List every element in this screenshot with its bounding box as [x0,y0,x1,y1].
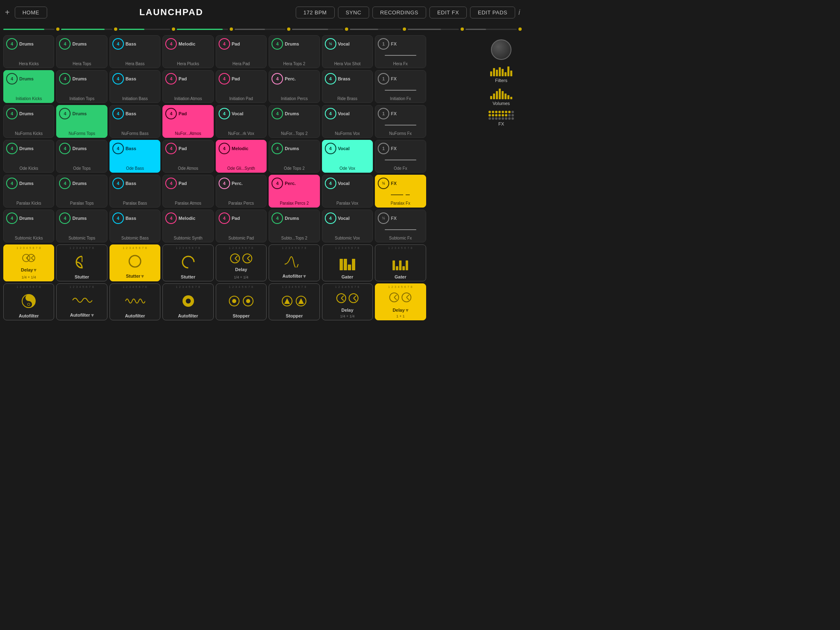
pad-sub-pad[interactable]: 4 Pad Subtomic Pad [216,210,267,242]
svg-line-33 [394,297,397,300]
add-button[interactable]: + [5,8,10,17]
wave-icon [72,294,92,306]
pad-para-vox[interactable]: 4 Vocal Paralax Vox [322,175,373,208]
pad-nu-fx[interactable]: 1 FX NuForms Fx [375,105,426,138]
stutter-icon-3 [181,255,196,269]
effect-autofilter-2[interactable]: 1 2 3 4 5 6 7 8 Autofilter [3,283,54,320]
effect-stopper-2[interactable]: 1 2 3 4 5 6 7 8 Stopper [269,283,320,320]
pad-init-atmos[interactable]: 4 Pad Initiation Atmos [162,70,213,103]
recordings-button[interactable]: RECORDINGS [372,7,426,18]
effect-sub-delay2: 1/4 + 1/4 [234,275,248,279]
master-knob[interactable] [491,39,511,60]
pad-para-kicks[interactable]: 4 Drums Paralax Kicks [3,175,54,208]
bpm-button[interactable]: 172 BPM [296,7,335,18]
fx-section[interactable]: FX [488,111,514,126]
pad-ode-fx[interactable]: 1 FX Ode Fx [375,140,426,173]
effect-name-stutter1: Stutter [75,274,89,279]
pad-nu-tops[interactable]: 4 Drums NuForms Tops [56,105,107,138]
pad-init-kicks[interactable]: 4 Drums Initiation Kicks [3,70,54,103]
effect-delay-3[interactable]: 1 2 3 4 5 6 7 8 Delay 1/4 + 1/4 [322,283,373,320]
pad-nu-vox[interactable]: 4 Vocal NuFor...rk Vox [216,105,267,138]
effect-stutter-2[interactable]: 1 2 3 4 5 6 7 8 Stutter ▾ [110,244,160,281]
progress-item-6 [292,27,348,31]
svg-point-20 [232,299,236,303]
progress-item-1 [3,27,59,31]
pad-init-bass[interactable]: 4 Bass Initiation Bass [110,70,160,103]
pad-para-atmos[interactable]: 4 Pad Paralax Atmos [162,175,213,208]
pad-hera-vox-shot[interactable]: ½ Vocal Hera Vox Shot [322,35,373,68]
arrow-down-icon-delay4: ▾ [406,307,409,313]
pad-hera-bass[interactable]: 4 Bass Hera Bass [110,35,160,68]
pad-para-percs2[interactable]: 4 Perc. Paralax Percs 2 [269,175,320,208]
svg-line-11 [235,258,237,261]
pad-init-fx[interactable]: 1 FX Initiation Fx [375,70,426,103]
pad-para-tops[interactable]: 4 Drums Paralax Tops [56,175,107,208]
progress-item-2 [61,27,117,31]
pad-nu-tops2[interactable]: 4 Drums NuFor...Tops 2 [269,105,320,138]
arrow-down-icon: ▾ [34,267,37,273]
pad-sub-tops2[interactable]: 4 Drums Subto...Tops 2 [269,210,320,242]
pad-init-percs[interactable]: 4 Perc. Initiation Percs [269,70,320,103]
effect-name-gater1: Gater [342,274,354,279]
pad-para-percs[interactable]: 4 Perc. Paralax Percs [216,175,267,208]
pad-ode-synth[interactable]: 4 Melodic Ode Gli...Synth [216,140,267,173]
pad-sub-tops[interactable]: 4 Drums Subtomic Tops [56,210,107,242]
effect-stutter-1[interactable]: 1 2 3 4 5 6 7 8 Stutter [56,244,107,281]
pad-init-pad[interactable]: 4 Pad Initiation Pad [216,70,267,103]
edit-fx-button[interactable]: EDIT FX [429,7,467,18]
pad-ode-tops[interactable]: 4 Drums Ode Tops [56,140,107,173]
effect-sub-delay3: 1/4 + 1/4 [340,314,354,318]
pad-sub-fx[interactable]: ½ FX Subtomic Fx [375,210,426,242]
pad-sub-synth[interactable]: 4 Melodic Subtomic Synth [162,210,213,242]
svg-point-18 [186,299,191,304]
pad-ode-kicks[interactable]: 4 Drums Ode Kicks [3,140,54,173]
progress-row [0,25,525,34]
edit-pads-button[interactable]: EDIT PADS [470,7,515,18]
pad-nu-bass[interactable]: 4 Bass NuForms Bass [110,105,160,138]
pad-hera-plucks[interactable]: 4 Melodic Hera Plucks [162,35,213,68]
volumes-section[interactable]: Volumes [490,88,512,106]
stopper-icon-2b [295,295,307,307]
pad-nu-atmos[interactable]: 4 Pad NuFor...Atmos [162,105,213,138]
pad-ode-atmos[interactable]: 4 Pad Ode Atmos [162,140,213,173]
pad-hera-tops[interactable]: 4 Drums Hera Tops [56,35,107,68]
row-initiation: 4 Drums Initiation Kicks 4 Drums Initiat… [3,70,479,103]
pad-nu-nuvox[interactable]: 4 Vocal NuForms Vox [322,105,373,138]
pad-hera-pad[interactable]: 4 Pad Hera Pad [216,35,267,68]
svg-line-14 [247,258,250,261]
pad-init-brass[interactable]: 4 Brass Ride Brass [322,70,373,103]
pad-hera-tops2[interactable]: 4 Drums Hera Tops 2 [269,35,320,68]
sync-button[interactable]: SYNC [338,7,369,18]
pad-para-bass[interactable]: 4 Bass Paralax Bass [110,175,160,208]
effect-stopper-1[interactable]: 1 2 3 4 5 6 7 8 Stopper [216,283,267,320]
effect-delay-2[interactable]: 1 2 3 4 5 6 7 8 Delay 1/4 + 1/4 [216,244,267,281]
pad-sub-kicks[interactable]: 4 Drums Subtomic Kicks [3,210,54,242]
svg-point-22 [246,299,250,303]
home-button[interactable]: HOME [15,7,47,18]
filters-section[interactable]: Filters [490,65,512,83]
effect-delay-1[interactable]: 1 2 3 4 5 6 7 8 Delay ▾ 1/4 + 1/4 [3,244,54,281]
effect-autofilter-1[interactable]: 1 2 3 4 5 6 7 8 Autofilter ▾ [269,244,320,281]
effect-dots: 1 2 3 4 5 6 7 8 [282,285,307,288]
pad-ode-bass[interactable]: 4 Bass Ode Bass [110,140,160,173]
pad-sub-vox[interactable]: 4 Vocal Subtomic Vox [322,210,373,242]
app-title: LAUNCHPAD [50,7,292,18]
effect-autofilter-5[interactable]: 1 2 3 4 5 6 7 8 Autofilter [162,283,213,320]
effect-gater-2[interactable]: 1 2 3 4 5 6 7 8 Gater [375,244,426,281]
pad-para-fx[interactable]: ½ FX Paralax Fx [375,175,426,208]
pad-init-tops[interactable]: 4 Drums Initiation Tops [56,70,107,103]
pad-ode-tops2[interactable]: 4 Drums Ode Tops 2 [269,140,320,173]
effect-stutter-3[interactable]: 1 2 3 4 5 6 7 8 Stutter [162,244,213,281]
svg-line-35 [406,295,409,297]
pad-ode-vox[interactable]: 4 Vocal Ode Vox [322,140,373,173]
effect-autofilter-3[interactable]: 1 2 3 4 5 6 7 8 Autofilter ▾ [56,283,107,320]
pad-hera-fx[interactable]: 1 FX Hera Fx [375,35,426,68]
effect-autofilter-4[interactable]: 1 2 3 4 5 6 7 8 Autofilter [110,283,160,320]
effect-delay-4[interactable]: 1 2 3 4 5 6 7 8 Delay ▾ [375,283,426,320]
effect-gater-1[interactable]: 1 2 3 4 5 6 7 8 Gater [322,244,373,281]
pad-sub-bass[interactable]: 4 Bass Subtomic Bass [110,210,160,242]
pad-hera-kicks[interactable]: 4 Drums Hera Kicks [3,35,54,68]
pad-nu-kicks[interactable]: 4 Drums NuForms Kicks [3,105,54,138]
info-button[interactable]: i [518,8,520,17]
effect-name-stopper1: Stopper [233,313,250,318]
